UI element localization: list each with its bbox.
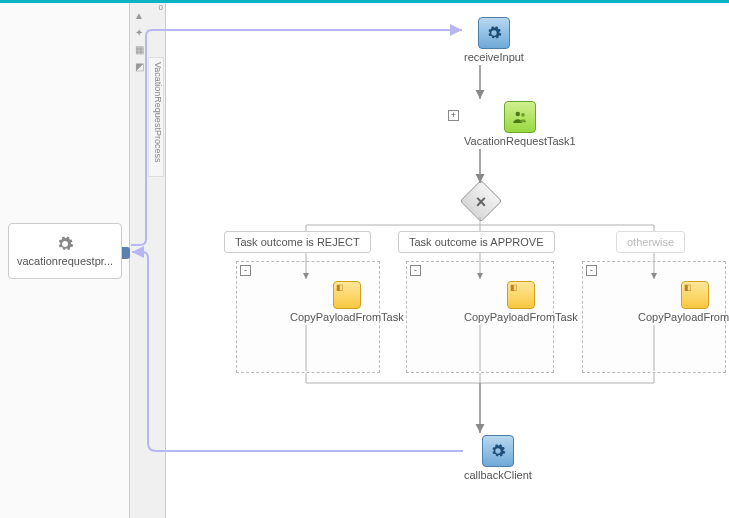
- ruler-column: 0 ▲ ✦ ▦ ◩ VacationRequestProcess: [130, 3, 166, 518]
- svg-point-1: [521, 113, 525, 117]
- collapse-button-reject[interactable]: -: [240, 265, 251, 276]
- process-tab[interactable]: VacationRequestProcess: [148, 57, 164, 177]
- assign-icon: ◧: [681, 281, 709, 309]
- invoke-icon: [482, 435, 514, 467]
- tool-stamp-icon[interactable]: ▦: [132, 43, 146, 57]
- assign-label: CopyPayloadFromTask: [290, 311, 404, 323]
- bpel-canvas[interactable]: receiveInput VacationRequestTask1 + × Ta…: [166, 3, 729, 518]
- assign-icon: ◧: [507, 281, 535, 309]
- composite-process-node[interactable]: vacationrequestpr...: [8, 223, 122, 279]
- expand-button[interactable]: +: [448, 110, 459, 121]
- assign-label: CopyPayloadFromTask: [638, 311, 729, 323]
- composite-process-label: vacationrequestpr...: [17, 255, 113, 267]
- receive-activity-node[interactable]: receiveInput: [464, 17, 524, 63]
- tool-marker-icon[interactable]: ◩: [132, 60, 146, 74]
- tool-hand-icon[interactable]: ✦: [132, 26, 146, 40]
- receive-label: receiveInput: [464, 51, 524, 63]
- assign-label: CopyPayloadFromTask: [464, 311, 578, 323]
- branch-label-reject[interactable]: Task outcome is REJECT: [224, 231, 371, 253]
- assign-icon: ◧: [333, 281, 361, 309]
- user-task-icon: [504, 101, 536, 133]
- output-port[interactable]: [122, 247, 130, 259]
- assign-activity-otherwise[interactable]: ◧ CopyPayloadFromTask: [638, 281, 729, 323]
- assign-activity-approve[interactable]: ◧ CopyPayloadFromTask: [464, 281, 578, 323]
- assign-activity-reject[interactable]: ◧ CopyPayloadFromTask: [290, 281, 404, 323]
- branch-label-otherwise[interactable]: otherwise: [616, 231, 685, 253]
- gear-icon: [56, 235, 74, 253]
- human-task-label: VacationRequestTask1: [464, 135, 576, 147]
- callback-label: callbackClient: [464, 469, 532, 481]
- palette-toolbar: ▲ ✦ ▦ ◩: [130, 6, 148, 74]
- callback-activity-node[interactable]: callbackClient: [464, 435, 532, 481]
- human-task-node[interactable]: VacationRequestTask1: [464, 101, 576, 147]
- receive-icon: [478, 17, 510, 49]
- gateway-x-icon: ×: [466, 187, 496, 217]
- collapse-button-approve[interactable]: -: [410, 265, 421, 276]
- ruler-tick: 0: [159, 3, 163, 12]
- branch-label-approve[interactable]: Task outcome is APPROVE: [398, 231, 555, 253]
- tool-up-icon[interactable]: ▲: [132, 9, 146, 23]
- collapse-button-otherwise[interactable]: -: [586, 265, 597, 276]
- svg-point-0: [515, 112, 520, 117]
- exclusive-gateway[interactable]: ×: [460, 180, 502, 222]
- composite-lane-panel: vacationrequestpr...: [0, 3, 130, 518]
